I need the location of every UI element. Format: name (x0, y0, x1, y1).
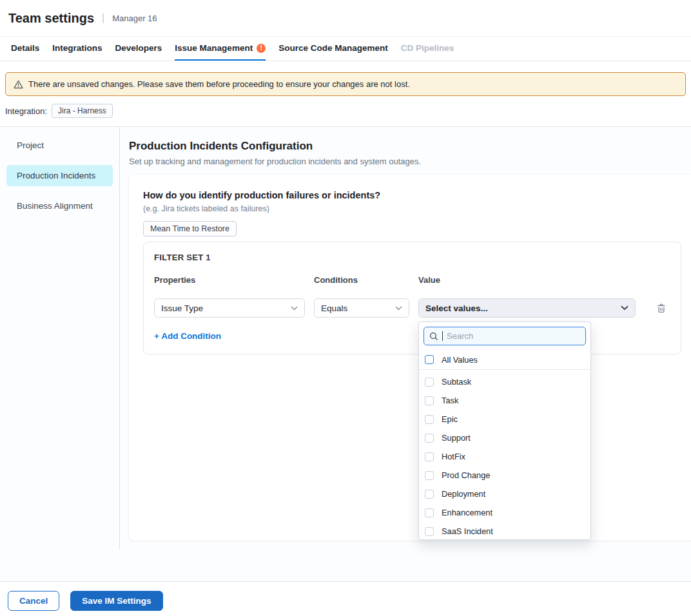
chevron-down-icon (621, 305, 628, 311)
checkbox[interactable] (425, 508, 434, 517)
option-support[interactable]: Support (419, 428, 590, 447)
tab-label: Developers (115, 43, 162, 53)
tab-integrations[interactable]: Integrations (52, 37, 102, 61)
tab-developers[interactable]: Developers (115, 37, 162, 61)
filter-set-1: FILTER SET 1 Properties Conditions Value… (143, 242, 681, 354)
tab-label: Integrations (52, 43, 102, 53)
tab-label: Details (11, 43, 39, 53)
tab-issue-management[interactable]: Issue Management ! (175, 37, 266, 61)
option-label: HotFix (442, 452, 465, 461)
option-label: Deployment (442, 489, 485, 499)
tab-bar: Details Integrations Developers Issue Ma… (0, 37, 691, 61)
sidebar-item-label: Project (17, 140, 44, 150)
unsaved-changes-banner: There are unsaved changes. Please save t… (5, 72, 686, 96)
save-im-settings-button[interactable]: Save IM Settings (70, 591, 162, 611)
tab-label: Issue Management (175, 43, 253, 53)
cancel-button[interactable]: Cancel (8, 591, 59, 611)
incidents-config-card: How do you identify production failures … (129, 175, 691, 541)
tab-details[interactable]: Details (11, 37, 39, 61)
option-label: Support (442, 433, 471, 443)
property-select-value: Issue Type (161, 303, 203, 313)
settings-sidebar: Project Production Incidents Business Al… (0, 127, 120, 550)
option-label: All Values (442, 355, 478, 365)
search-icon (429, 332, 438, 341)
option-label: Epic (442, 414, 458, 424)
conditions-column-label: Conditions (314, 275, 409, 285)
page-header: Team settings | Manager 16 (0, 0, 691, 37)
search-placeholder: Search (447, 331, 473, 341)
unsaved-warning-badge-icon: ! (257, 44, 266, 53)
option-subtask[interactable]: Subtask (419, 372, 590, 391)
integration-chip[interactable]: Jira - Harness (52, 104, 113, 118)
checkbox[interactable] (425, 490, 434, 499)
checkbox[interactable] (425, 415, 434, 424)
team-name: Manager 16 (112, 14, 157, 23)
sidebar-item-label: Business Alignment (17, 201, 93, 211)
config-hint: (e.g. Jira tickets labeled as failures) (143, 204, 681, 213)
sidebar-item-label: Production Incidents (17, 171, 95, 180)
checkbox[interactable] (425, 434, 434, 443)
checkbox-all-values[interactable] (425, 355, 434, 364)
value-select-placeholder: Select values... (425, 303, 488, 313)
section-subtitle: Set up tracking and management for produ… (129, 157, 691, 166)
value-select-cell: Select values... (418, 298, 636, 318)
text-cursor (442, 331, 443, 341)
integration-row: Integration: Jira - Harness (0, 96, 691, 127)
option-enhancement[interactable]: Enhancement (419, 503, 590, 522)
option-saas-incident[interactable]: SaaS Incident (419, 522, 590, 540)
sidebar-item-business-alignment[interactable]: Business Alignment (6, 195, 113, 217)
filter-condition-row: Issue Type Equals Select values... (154, 298, 670, 318)
checkbox[interactable] (425, 452, 434, 461)
properties-column-label: Properties (154, 275, 305, 285)
option-all-values[interactable]: All Values (419, 350, 590, 370)
title-divider: | (102, 12, 104, 24)
option-label: Prod Change (442, 470, 490, 480)
tab-source-code-management[interactable]: Source Code Management (278, 37, 388, 61)
filter-set-title: FILTER SET 1 (154, 253, 670, 262)
trash-icon (657, 303, 666, 313)
dropdown-search-input[interactable]: Search (423, 327, 586, 345)
add-condition-button[interactable]: + Add Condition (154, 331, 221, 341)
property-select[interactable]: Issue Type (154, 298, 305, 318)
integration-label: Integration: (5, 106, 47, 116)
checkbox[interactable] (425, 471, 434, 480)
value-dropdown-panel: Search All Values Subtask (418, 322, 591, 540)
option-label: Task (442, 396, 458, 405)
value-column-label: Value (418, 275, 636, 285)
delete-condition-button[interactable] (652, 299, 670, 317)
option-deployment[interactable]: Deployment (419, 485, 590, 503)
sidebar-item-project[interactable]: Project (6, 135, 113, 156)
sidebar-item-production-incidents[interactable]: Production Incidents (6, 165, 113, 186)
section-title: Production Incidents Configuration (129, 140, 691, 153)
banner-text: There are unsaved changes. Please save t… (28, 79, 410, 89)
condition-select[interactable]: Equals (314, 298, 409, 318)
warning-triangle-icon (14, 80, 23, 89)
tab-label: Source Code Management (278, 43, 388, 53)
tab-label: CD Pipelines (401, 43, 454, 53)
content-area: Production Incidents Configuration Set u… (120, 127, 691, 581)
tab-cd-pipelines: CD Pipelines (401, 37, 454, 61)
option-label: Subtask (442, 377, 471, 387)
chevron-down-icon (291, 306, 298, 311)
value-multiselect[interactable]: Select values... (418, 298, 636, 318)
action-footer: Cancel Save IM Settings (0, 581, 691, 616)
checkbox[interactable] (425, 396, 434, 405)
condition-select-value: Equals (321, 303, 347, 313)
page-title: Team settings (8, 11, 94, 26)
option-label: SaaS Incident (442, 526, 493, 536)
config-question: How do you identify production failures … (143, 190, 681, 200)
filter-column-labels: Properties Conditions Value (154, 275, 670, 285)
option-epic[interactable]: Epic (419, 410, 590, 428)
option-label: Enhancement (442, 508, 492, 517)
checkbox[interactable] (425, 527, 434, 536)
option-task[interactable]: Task (419, 391, 590, 410)
main-region: Project Production Incidents Business Al… (0, 127, 691, 581)
option-prod-change[interactable]: Prod Change (419, 466, 590, 485)
metric-chip-mean-time-to-restore[interactable]: Mean Time to Restore (143, 221, 237, 236)
checkbox[interactable] (425, 378, 434, 387)
option-hotfix[interactable]: HotFix (419, 447, 590, 466)
chevron-down-icon (395, 306, 402, 311)
